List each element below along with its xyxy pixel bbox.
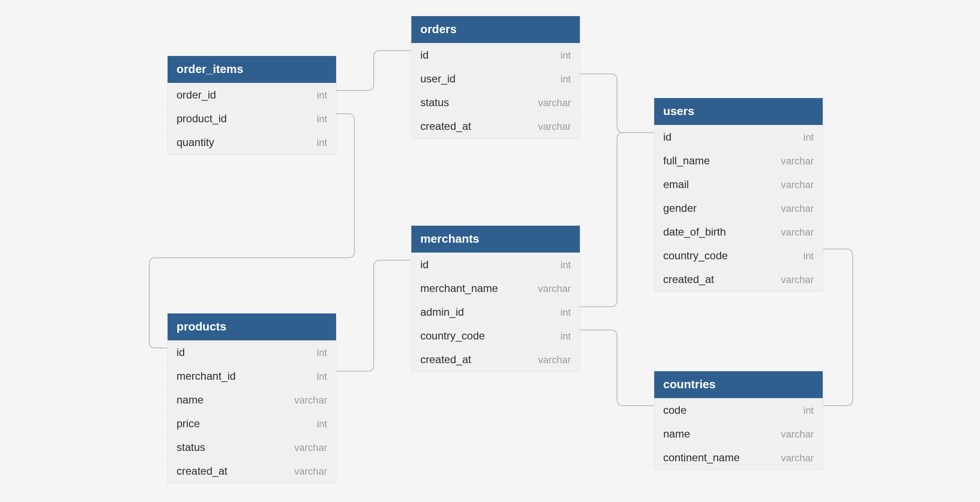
table-order_items[interactable]: order_itemsorder_idintproduct_idintquant…: [167, 56, 337, 154]
table-column-row[interactable]: namevarchar: [168, 388, 336, 412]
column-type: varchar: [781, 429, 814, 439]
column-name: created_at: [420, 121, 471, 132]
relation-line: [337, 260, 411, 371]
table-column-row[interactable]: merchant_namevarchar: [411, 276, 580, 300]
table-products[interactable]: productsidintmerchant_idintnamevarcharpr…: [167, 313, 337, 483]
column-name: gender: [663, 203, 697, 214]
column-type: varchar: [538, 284, 571, 294]
column-name: code: [663, 405, 686, 416]
table-column-row[interactable]: priceint: [168, 412, 336, 435]
table-column-row[interactable]: created_atvarchar: [411, 348, 580, 371]
column-type: int: [561, 331, 571, 341]
column-name: status: [177, 442, 205, 453]
table-column-row[interactable]: user_idint: [411, 67, 580, 90]
table-merchants[interactable]: merchantsidintmerchant_namevarcharadmin_…: [411, 225, 580, 372]
column-name: product_id: [177, 113, 227, 124]
column-name: quantity: [177, 137, 214, 148]
column-type: int: [803, 133, 814, 142]
table-column-row[interactable]: quantityint: [168, 130, 336, 154]
column-name: merchant_name: [420, 283, 498, 294]
table-column-row[interactable]: namevarchar: [654, 422, 823, 446]
table-column-row[interactable]: order_idint: [168, 83, 336, 107]
table-column-row[interactable]: country_codeint: [654, 244, 823, 267]
column-name: name: [663, 429, 690, 439]
column-type: int: [561, 51, 571, 60]
table-column-row[interactable]: idint: [654, 125, 823, 149]
table-column-row[interactable]: date_of_birthvarchar: [654, 220, 823, 244]
column-type: varchar: [538, 98, 571, 108]
table-column-row[interactable]: admin_idint: [411, 300, 580, 324]
column-name: created_at: [177, 466, 227, 476]
table-header[interactable]: merchants: [411, 226, 580, 253]
column-type: varchar: [781, 180, 814, 190]
column-type: varchar: [781, 156, 814, 166]
column-type: varchar: [538, 122, 571, 132]
table-column-row[interactable]: emailvarchar: [654, 172, 823, 196]
table-countries[interactable]: countriescodeintnamevarcharcontinent_nam…: [654, 371, 823, 470]
column-name: id: [420, 259, 429, 270]
column-type: varchar: [781, 453, 814, 463]
column-name: name: [177, 395, 203, 405]
relation-line: [580, 74, 654, 133]
column-name: country_code: [663, 250, 728, 261]
relation-line: [823, 249, 853, 406]
table-column-row[interactable]: statusvarchar: [411, 90, 580, 114]
table-orders[interactable]: ordersidintuser_idintstatusvarcharcreate…: [411, 16, 580, 138]
column-type: int: [561, 260, 571, 270]
relation-line: [337, 51, 411, 90]
column-type: int: [561, 74, 571, 84]
column-type: int: [317, 138, 327, 148]
column-type: int: [803, 406, 814, 416]
table-header[interactable]: order_items: [168, 56, 336, 83]
table-column-row[interactable]: statusvarchar: [168, 435, 336, 459]
table-column-row[interactable]: created_atvarchar: [168, 459, 336, 483]
column-name: created_at: [420, 354, 471, 365]
column-name: user_id: [420, 73, 456, 84]
table-column-row[interactable]: idint: [168, 340, 336, 364]
column-name: country_code: [420, 330, 485, 341]
column-type: varchar: [294, 395, 327, 405]
column-name: status: [420, 97, 449, 108]
column-type: int: [317, 419, 327, 429]
column-name: id: [177, 347, 185, 358]
table-column-row[interactable]: codeint: [654, 398, 823, 422]
table-column-row[interactable]: gendervarchar: [654, 196, 823, 220]
table-column-row[interactable]: idint: [411, 253, 580, 276]
table-header[interactable]: products: [168, 313, 336, 340]
column-type: int: [317, 348, 327, 358]
column-type: int: [317, 90, 327, 100]
relation-line: [580, 330, 654, 406]
column-type: int: [317, 372, 327, 382]
column-name: merchant_id: [177, 371, 236, 382]
table-column-row[interactable]: created_atvarchar: [411, 114, 580, 138]
column-type: varchar: [538, 355, 571, 365]
table-column-row[interactable]: full_namevarchar: [654, 149, 823, 172]
column-name: order_id: [177, 90, 216, 100]
table-column-row[interactable]: country_codeint: [411, 324, 580, 348]
column-type: int: [803, 251, 814, 261]
column-type: varchar: [781, 227, 814, 237]
table-column-row[interactable]: merchant_idint: [168, 364, 336, 388]
table-column-row[interactable]: idint: [411, 43, 580, 67]
column-type: varchar: [781, 275, 814, 285]
column-type: varchar: [294, 467, 327, 476]
table-header[interactable]: orders: [411, 16, 580, 43]
column-name: id: [663, 132, 672, 142]
column-name: continent_name: [663, 452, 740, 463]
column-name: date_of_birth: [663, 227, 726, 237]
column-name: id: [420, 50, 429, 60]
column-name: email: [663, 179, 689, 190]
table-column-row[interactable]: product_idint: [168, 107, 336, 130]
column-name: full_name: [663, 155, 710, 166]
table-header[interactable]: countries: [654, 371, 823, 398]
table-column-row[interactable]: created_atvarchar: [654, 267, 823, 291]
column-type: int: [317, 114, 327, 124]
table-header[interactable]: users: [654, 98, 823, 125]
table-column-row[interactable]: continent_namevarchar: [654, 446, 823, 469]
column-type: varchar: [294, 443, 327, 453]
column-name: created_at: [663, 274, 714, 285]
column-type: int: [561, 308, 571, 318]
table-users[interactable]: usersidintfull_namevarcharemailvarcharge…: [654, 98, 823, 292]
column-type: varchar: [781, 204, 814, 214]
er-diagram-canvas[interactable]: order_itemsorder_idintproduct_idintquant…: [0, 0, 980, 502]
